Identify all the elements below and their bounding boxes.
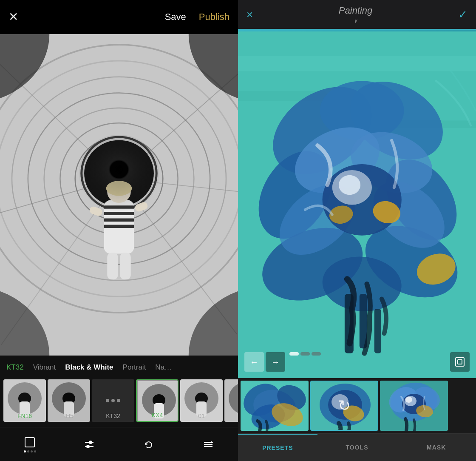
filter-cat-natural[interactable]: Na…: [155, 363, 172, 372]
filter-label-kt32: KT32: [92, 413, 134, 419]
filter-label-ih5: IH5: [48, 413, 90, 419]
save-button[interactable]: Save: [165, 11, 186, 23]
filter-thumb-ih5[interactable]: IH5: [48, 379, 90, 422]
painting-close-button[interactable]: ×: [246, 8, 253, 21]
svg-point-57: [87, 445, 89, 448]
svg-rect-25: [104, 225, 134, 228]
canvas-navigation: ← →: [238, 352, 476, 372]
filter-thumb-kt32[interactable]: KT32: [92, 379, 134, 422]
frame-dot-3[interactable]: [312, 352, 321, 356]
frame-dot-2[interactable]: [300, 352, 310, 356]
filter-thumb-fn16[interactable]: FN16: [3, 379, 46, 422]
right-bottom-toolbar: PRESETS TOOLS MASK: [238, 433, 476, 461]
filter-cat-portrait[interactable]: Portrait: [123, 363, 146, 372]
svg-point-106: [405, 397, 412, 403]
history-tool-button[interactable]: [142, 438, 155, 451]
nav-arrows: ← →: [244, 352, 321, 372]
svg-rect-24: [104, 218, 134, 222]
expand-button[interactable]: [450, 352, 470, 372]
frame-icon: [23, 436, 36, 449]
left-panel: ✕ Save Publish: [0, 0, 238, 461]
svg-point-80: [339, 175, 360, 195]
painting-confirm-button[interactable]: ✓: [458, 8, 468, 21]
left-header: ✕ Save Publish: [0, 0, 238, 34]
painting-title: Painting ∨: [339, 5, 373, 24]
preset-thumb-2[interactable]: ↻: [310, 381, 378, 431]
tab-mask[interactable]: MASK: [397, 434, 476, 461]
sliders-icon: [83, 438, 96, 451]
right-panel: × Painting ∨ ✓: [238, 0, 476, 461]
left-bottom-toolbar: [0, 427, 238, 461]
filter-cat-bw[interactable]: Black & White: [65, 363, 113, 372]
tab-tools[interactable]: TOOLS: [317, 434, 397, 461]
filter-categories: KT32 Vibrant Black & White Portrait Na…: [0, 356, 238, 376]
filter-label-02: 02: [224, 413, 238, 419]
filter-label-fn16: FN16: [3, 413, 46, 419]
painting-image: [238, 31, 476, 378]
refresh-icon: ↻: [338, 397, 351, 415]
title-chevron: ∨: [354, 18, 357, 24]
nav-prev-button[interactable]: ←: [244, 352, 264, 372]
svg-point-55: [89, 441, 92, 444]
right-header: × Painting ∨ ✓: [238, 0, 476, 30]
frame-tool-button[interactable]: [23, 436, 36, 452]
painting-presets: ↻: [238, 378, 476, 433]
svg-rect-23: [104, 212, 134, 215]
preset-3-image: [380, 381, 448, 431]
filter-thumb-02[interactable]: 02: [224, 379, 238, 422]
more-dots: [106, 399, 120, 402]
filter-cat-vibrant[interactable]: Vibrant: [33, 363, 56, 372]
svg-rect-53: [25, 438, 34, 447]
svg-point-32: [79, 135, 159, 212]
svg-rect-87: [456, 358, 464, 366]
photo-canvas: [0, 34, 238, 356]
painting-canvas: ← →: [238, 31, 476, 378]
frame-tool-dots: [24, 450, 36, 452]
frame-dot-1[interactable]: [289, 352, 299, 356]
expand-icon: [454, 356, 465, 367]
close-button[interactable]: ✕: [8, 11, 18, 23]
history-icon: [142, 438, 155, 451]
svg-rect-28: [107, 253, 118, 279]
svg-rect-63: [238, 56, 476, 71]
nav-next-button[interactable]: →: [266, 352, 285, 372]
adjust-tool-button[interactable]: [83, 438, 96, 451]
filter-label-01: 01: [180, 413, 223, 419]
header-actions: Save Publish: [165, 11, 230, 23]
preset-thumb-3[interactable]: [380, 381, 448, 431]
layers-tool-button[interactable]: [202, 438, 215, 451]
filter-thumb-kx4[interactable]: KX4: [136, 379, 178, 422]
preset-thumb-1[interactable]: [241, 381, 309, 431]
photo-image: [0, 34, 238, 356]
filter-thumbnails: FN16 IH5: [0, 376, 238, 427]
publish-button[interactable]: Publish: [199, 11, 230, 23]
svg-rect-86: [374, 309, 381, 353]
filters-section: KT32 Vibrant Black & White Portrait Na… …: [0, 356, 238, 427]
layers-icon: [202, 438, 215, 451]
photo-container: [0, 34, 238, 356]
preset-1-image: [241, 381, 309, 431]
svg-rect-88: [458, 360, 462, 364]
svg-rect-29: [120, 253, 131, 279]
filter-thumb-01[interactable]: 01: [180, 379, 223, 422]
filter-cat-kt32[interactable]: KT32: [6, 363, 24, 372]
tab-presets[interactable]: PRESETS: [238, 434, 317, 461]
filter-label-kx4: KX4: [137, 412, 178, 418]
